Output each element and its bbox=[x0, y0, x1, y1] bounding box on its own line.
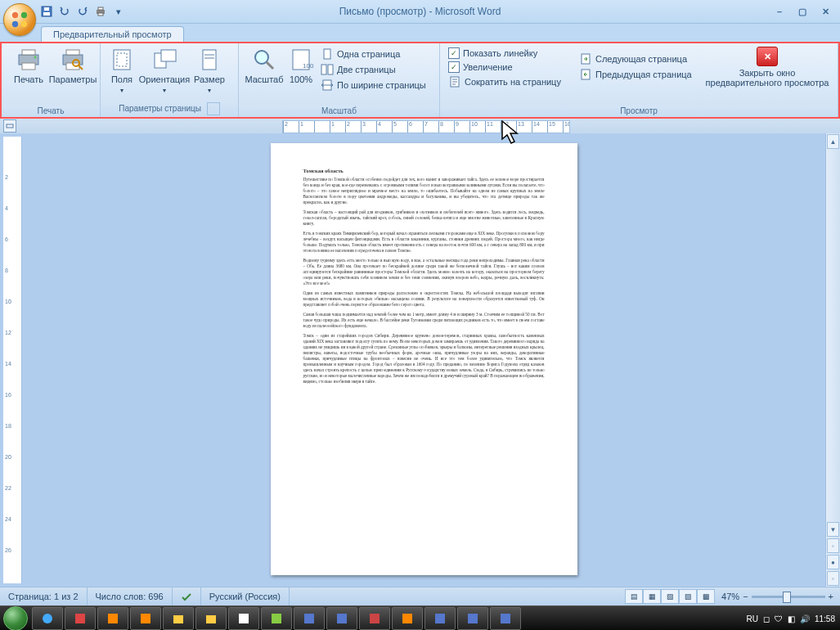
system-tray: RU ◻ 🛡 ◧ 🔊 11:58 bbox=[747, 614, 840, 623]
browse-object-icon[interactable]: ● bbox=[827, 555, 839, 569]
status-words[interactable]: Число слов: 696 bbox=[88, 587, 173, 605]
one-page-icon bbox=[321, 47, 334, 61]
taskbar-item[interactable] bbox=[32, 607, 63, 630]
two-pages-button[interactable]: Две страницы bbox=[317, 62, 429, 77]
svg-point-3 bbox=[21, 21, 27, 27]
vertical-scrollbar[interactable]: ▲ ▼ ◦ ● ◦ bbox=[825, 133, 840, 587]
view-print-layout-icon[interactable]: ▤ bbox=[625, 589, 643, 604]
close-button[interactable]: ✕ bbox=[817, 6, 833, 17]
svg-rect-22 bbox=[203, 50, 216, 70]
view-web-icon[interactable]: ▧ bbox=[661, 589, 679, 604]
size-label: Размер bbox=[194, 74, 225, 84]
orientation-button[interactable]: Ориентация▾ bbox=[138, 45, 191, 96]
group-page-setup: Поля▾ Ориентация▾ Размер▾ Параметры стра… bbox=[101, 43, 239, 117]
checkbox-checked-icon: ✓ bbox=[448, 47, 460, 59]
prev-page-nav-icon[interactable]: ◦ bbox=[827, 538, 839, 553]
zoom-value[interactable]: 47% bbox=[721, 592, 739, 601]
taskbar-item[interactable] bbox=[195, 607, 227, 630]
taskbar-item[interactable] bbox=[261, 607, 292, 630]
print-button[interactable]: Печать bbox=[7, 45, 51, 84]
doc-paragraph: Один из самых известных памятников приро… bbox=[303, 290, 545, 308]
view-outline-icon[interactable]: ▨ bbox=[679, 589, 697, 604]
taskbar-item[interactable] bbox=[130, 607, 161, 630]
group-preview: ✓Показать линейку ✓Увеличение Сократить … bbox=[440, 43, 838, 117]
close-icon: ✕ bbox=[757, 47, 778, 66]
tray-icon[interactable]: 🛡 bbox=[775, 614, 783, 623]
dialog-launcher-icon[interactable] bbox=[207, 102, 220, 115]
zoom-in-button[interactable]: + bbox=[829, 592, 833, 601]
quick-print-icon[interactable] bbox=[93, 4, 108, 19]
next-page-button[interactable]: Следующая страница bbox=[576, 52, 690, 66]
taskbar-item[interactable] bbox=[326, 607, 357, 630]
next-page-nav-icon[interactable]: ◦ bbox=[827, 571, 839, 586]
svg-rect-42 bbox=[304, 614, 314, 623]
one-page-button[interactable]: Одна страница bbox=[317, 47, 429, 61]
window-controls: – ▢ ✕ bbox=[771, 6, 840, 17]
svg-rect-38 bbox=[173, 615, 183, 623]
shrink-button[interactable]: Сократить на страницу bbox=[445, 74, 576, 89]
view-draft-icon[interactable]: ▩ bbox=[697, 589, 715, 604]
tray-lang[interactable]: RU bbox=[747, 614, 758, 623]
tray-clock[interactable]: 11:58 bbox=[815, 614, 835, 623]
svg-point-34 bbox=[43, 614, 52, 623]
svg-rect-8 bbox=[98, 7, 103, 10]
taskbar-item[interactable] bbox=[359, 607, 390, 630]
svg-rect-5 bbox=[43, 12, 50, 16]
maximize-button[interactable]: ▢ bbox=[794, 6, 811, 17]
status-language[interactable]: Русский (Россия) bbox=[201, 587, 290, 605]
tray-volume-icon[interactable]: 🔊 bbox=[800, 614, 810, 623]
scroll-down-button[interactable]: ▼ bbox=[827, 522, 839, 537]
quick-access-toolbar: ▾ bbox=[39, 4, 126, 19]
zoom-slider[interactable] bbox=[752, 596, 825, 598]
taskbar-item[interactable] bbox=[97, 607, 128, 630]
taskbar-item[interactable] bbox=[424, 607, 456, 630]
tray-icon[interactable]: ◻ bbox=[763, 614, 770, 623]
zoom-100-button[interactable]: 100 100% bbox=[285, 45, 317, 84]
save-icon[interactable] bbox=[39, 4, 54, 19]
page-viewport[interactable]: Томская область Путешествие по Томской о… bbox=[22, 133, 825, 587]
prev-page-button[interactable]: Предыдущая страница bbox=[576, 67, 690, 82]
zoom-out-button[interactable]: − bbox=[743, 592, 748, 601]
print-label: Печать bbox=[14, 74, 43, 84]
taskbar-item[interactable] bbox=[490, 607, 521, 630]
tab-print-preview[interactable]: Предварительный просмотр bbox=[41, 26, 184, 42]
taskbar-item[interactable] bbox=[65, 607, 96, 630]
group-page-setup-label: Параметры страницы bbox=[101, 101, 238, 117]
svg-rect-40 bbox=[239, 614, 249, 623]
office-button[interactable] bbox=[3, 3, 36, 36]
ruler-toggle-button[interactable] bbox=[3, 119, 16, 133]
undo-icon[interactable] bbox=[57, 4, 72, 19]
redo-icon[interactable] bbox=[75, 4, 90, 19]
orientation-label: Ориентация bbox=[139, 74, 190, 84]
taskbar: RU ◻ 🛡 ◧ 🔊 11:58 bbox=[0, 605, 840, 630]
show-ruler-checkbox[interactable]: ✓Показать линейку bbox=[445, 47, 576, 60]
close-preview-button[interactable]: ✕ Закрыть окно предварительного просмотр… bbox=[702, 45, 833, 88]
magnifier-checkbox[interactable]: ✓Увеличение bbox=[445, 61, 576, 74]
start-button[interactable] bbox=[0, 606, 31, 630]
qat-more-icon[interactable]: ▾ bbox=[111, 4, 126, 19]
status-page[interactable]: Страница: 1 из 2 bbox=[0, 587, 88, 605]
horizontal-ruler[interactable]: 2112345678910111213141516 bbox=[282, 120, 570, 133]
minimize-button[interactable]: – bbox=[771, 6, 788, 17]
margins-button[interactable]: Поля▾ bbox=[106, 45, 138, 96]
size-button[interactable]: Размер▾ bbox=[191, 45, 228, 96]
view-fullscreen-icon[interactable]: ▦ bbox=[643, 589, 661, 604]
zoom-slider-thumb[interactable] bbox=[783, 592, 791, 603]
svg-point-2 bbox=[12, 21, 18, 27]
taskbar-item[interactable] bbox=[392, 607, 423, 630]
zoom-button[interactable]: Масштаб bbox=[244, 45, 285, 84]
taskbar-item[interactable] bbox=[294, 607, 325, 630]
scroll-track[interactable] bbox=[826, 150, 840, 521]
shrink-icon bbox=[448, 75, 461, 88]
options-button[interactable]: Параметры bbox=[51, 45, 95, 84]
vertical-ruler[interactable]: 2468101214161820222426 bbox=[3, 137, 22, 583]
tray-icon[interactable]: ◧ bbox=[788, 614, 795, 623]
taskbar-item[interactable] bbox=[228, 607, 259, 630]
status-spell-icon[interactable] bbox=[173, 587, 201, 605]
taskbar-item[interactable] bbox=[163, 607, 194, 630]
scroll-up-button[interactable]: ▲ bbox=[827, 134, 839, 149]
page-width-button[interactable]: По ширине страницы bbox=[317, 78, 429, 92]
taskbar-item[interactable] bbox=[457, 607, 488, 630]
svg-point-0 bbox=[12, 12, 18, 18]
windows-logo-icon bbox=[3, 606, 28, 630]
